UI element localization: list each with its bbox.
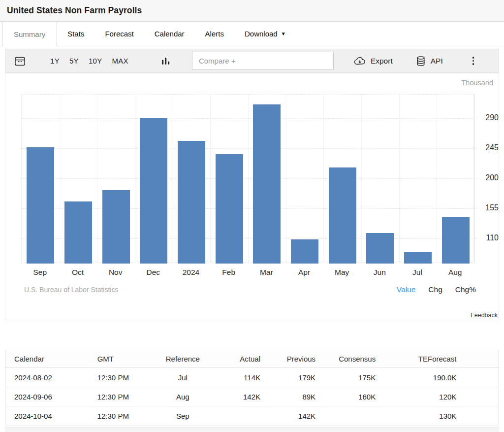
gridline-x — [135, 95, 135, 263]
series-link-chg[interactable]: Chg — [428, 285, 442, 294]
gridline-x — [248, 95, 249, 263]
bar-aug[interactable] — [442, 217, 470, 264]
bar-feb[interactable] — [216, 154, 243, 264]
bar-sep[interactable] — [27, 147, 54, 264]
cloud-download-icon — [353, 56, 366, 66]
range-button-max[interactable]: MAX — [107, 54, 133, 68]
range-selector: 1Y5Y10YMAX — [45, 54, 133, 68]
calendar-icon — [14, 56, 26, 66]
tab-alerts[interactable]: Alerts — [195, 22, 234, 46]
gridline-x — [361, 95, 362, 263]
tab-stats[interactable]: Stats — [57, 22, 94, 46]
tab-calendar[interactable]: Calendar — [144, 22, 195, 46]
table-row-1: 2024-09-0612:30 PMAug142K89K160K120K — [5, 387, 499, 406]
column-header-spacer — [460, 350, 499, 368]
x-axis-label-sep: Sep — [21, 268, 59, 277]
column-header-previous: Previous — [266, 350, 321, 368]
gridline-x — [60, 95, 60, 263]
bar-dec[interactable] — [140, 118, 167, 264]
range-button-5y[interactable]: 5Y — [64, 54, 84, 68]
gridline-y-245 — [22, 148, 473, 149]
table-header-row: CalendarGMTReferenceActualPreviousConsen… — [5, 350, 499, 368]
feedback-link[interactable]: Feedback — [471, 312, 498, 319]
gridline-y-290 — [22, 118, 473, 119]
cell-actual: 142K — [209, 387, 266, 406]
cell-teforecast: 190.0K — [381, 368, 460, 387]
bar-may[interactable] — [329, 167, 356, 264]
column-header-calendar: Calendar — [5, 350, 92, 368]
cell-gmt: 12:30 PM — [92, 368, 157, 387]
tab-summary[interactable]: Summary — [2, 22, 57, 46]
x-axis-label-nov: Nov — [96, 268, 135, 277]
page-header: United States Non Farm Payrolls — [0, 0, 504, 22]
gridline-x — [323, 95, 324, 263]
series-toggle-group: ValueChgChg% — [397, 285, 476, 294]
calendar-table: CalendarGMTReferenceActualPreviousConsen… — [5, 350, 499, 426]
y-axis-label-155: 155 — [476, 203, 499, 212]
date-range-button[interactable] — [14, 56, 26, 66]
api-label: API — [431, 57, 443, 66]
chart-type-button[interactable] — [161, 56, 170, 66]
cell-spacer — [460, 368, 499, 387]
gridline-x — [286, 95, 286, 263]
bar-jul[interactable] — [404, 252, 432, 264]
cell-calendar: 2024-10-04 — [5, 406, 92, 426]
database-icon — [415, 56, 426, 66]
column-header-teforecast: TEForecast — [381, 350, 460, 368]
series-link-chg-[interactable]: Chg% — [455, 285, 476, 294]
export-button[interactable]: Export — [353, 56, 393, 66]
x-axis-label-oct: Oct — [59, 268, 97, 277]
y-axis-label-110: 110 — [476, 233, 499, 242]
x-axis-label-2024: 2024 — [172, 268, 210, 277]
y-axis-label-290: 290 — [476, 113, 499, 122]
export-label: Export — [371, 57, 393, 66]
cell-previous: 142K — [266, 406, 321, 426]
more-options-button[interactable] — [469, 55, 478, 67]
bar-nov[interactable] — [102, 190, 130, 264]
compare-input[interactable] — [192, 52, 334, 70]
tab-label: Alerts — [205, 30, 224, 38]
tab-forecast[interactable]: Forecast — [94, 22, 144, 46]
api-button[interactable]: API — [415, 56, 443, 66]
gridline-x — [399, 95, 400, 263]
bar-chart-icon — [161, 56, 170, 66]
kebab-menu-icon — [472, 57, 474, 59]
column-header-consensus: Consensus — [321, 350, 381, 368]
tab-label: Summary — [14, 30, 45, 38]
gridline-x — [173, 95, 173, 263]
cell-actual: 114K — [209, 368, 266, 387]
gridline-y-200 — [22, 178, 473, 179]
x-axis-label-may: May — [323, 268, 361, 277]
chart-card: Thousand 110155200245290 SepOctNovDec202… — [5, 73, 499, 320]
tab-bar: SummaryStatsForecastCalendarAlertsDownlo… — [0, 22, 504, 46]
download-caret-icon: ▼ — [281, 31, 286, 36]
column-header-reference: Reference — [157, 350, 209, 368]
table-row-0: 2024-08-0212:30 PMJul114K179K175K190.0K — [5, 368, 499, 387]
cell-actual — [209, 406, 266, 426]
series-link-value[interactable]: Value — [397, 285, 416, 294]
tab-label: Download — [245, 30, 278, 38]
cell-calendar: 2024-08-02 — [5, 368, 92, 387]
x-axis-label-apr: Apr — [285, 268, 323, 277]
cell-previous: 89K — [266, 387, 321, 406]
bar-apr[interactable] — [291, 239, 318, 264]
x-axis-label-jun: Jun — [360, 268, 399, 277]
table-row-2: 2024-10-0412:30 PMSep142K130K — [5, 406, 499, 426]
source-label: U.S. Bureau of Labor Statistics — [24, 286, 118, 294]
bar-2024[interactable] — [178, 141, 205, 264]
tab-download[interactable]: Download▼ — [234, 22, 296, 46]
plot-area — [21, 94, 474, 263]
bar-mar[interactable] — [253, 104, 281, 264]
cell-previous: 179K — [266, 368, 321, 387]
gridline-x — [97, 95, 97, 263]
bar-oct[interactable] — [64, 201, 92, 264]
column-header-actual: Actual — [209, 350, 266, 368]
bar-jun[interactable] — [366, 233, 394, 264]
range-button-10y[interactable]: 10Y — [84, 54, 107, 68]
range-button-1y[interactable]: 1Y — [45, 54, 64, 68]
next-section-strip — [5, 428, 499, 432]
calendar-table-section: CalendarGMTReferenceActualPreviousConsen… — [5, 350, 499, 426]
x-axis-label-dec: Dec — [134, 268, 172, 277]
tab-label: Forecast — [105, 30, 133, 38]
tab-label: Calendar — [155, 30, 185, 38]
